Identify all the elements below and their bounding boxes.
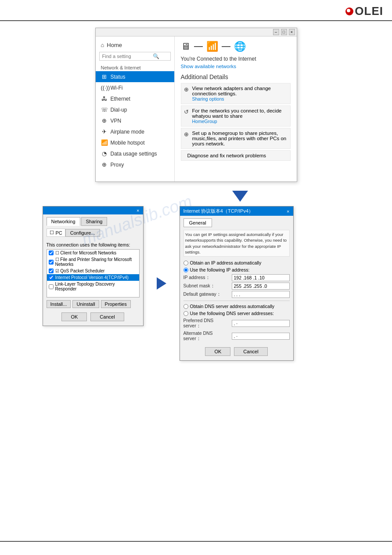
sidebar-item-airplane[interactable]: ✈ Airplane mode	[96, 126, 174, 137]
main-content: – □ × ⌂ Home 🔍 Network & Internet ⊞ Stat…	[0, 21, 392, 367]
detail-item-2[interactable]: ↺ For the networks you connect to, decid…	[181, 105, 291, 127]
dialup-icon: ☏	[101, 106, 108, 113]
lltd-checkbox[interactable]	[49, 284, 54, 289]
sidebar-home[interactable]: ⌂ Home	[96, 40, 174, 50]
alternate-dns-value[interactable]: . ·	[232, 333, 290, 340]
ipv4-checkbox[interactable]	[49, 275, 54, 280]
ok-button[interactable]: OK	[61, 312, 87, 321]
sidebar-item-vpn[interactable]: ⊕ VPN	[96, 115, 174, 126]
show-networks-link[interactable]: Show available networks	[181, 64, 291, 69]
adapter-row: ☐ PC Configure...	[47, 229, 140, 239]
radio-auto-dns[interactable]	[183, 304, 188, 309]
settings-sidebar: ⌂ Home 🔍 Network & Internet ⊞ Status ((·…	[96, 36, 175, 181]
tab-bar: Networking Sharing	[47, 217, 140, 226]
page-header: OLEI	[0, 0, 392, 21]
net-dialog-body: Networking Sharing ☐ PC Configure... Thi…	[43, 214, 143, 326]
sidebar-item-proxy[interactable]: ⊕ Proxy	[96, 159, 174, 170]
dialup-label: Dial-up	[111, 107, 127, 113]
gateway-label: Default gateway：	[183, 291, 232, 297]
properties-button[interactable]: Properties	[101, 300, 131, 308]
uninstall-button[interactable]: Uninstall	[72, 300, 99, 308]
radio-manual-dns-row: Use the following DNS server addresses:	[183, 311, 290, 316]
radio-auto-ip-row: Obtain an IP address automatically	[183, 260, 290, 265]
adapter-name: ☐ PC	[47, 229, 65, 237]
net-dialog-close-btn[interactable]: ×	[137, 208, 139, 213]
logo: OLEI	[345, 4, 383, 18]
tcp-tab-general[interactable]: General	[183, 218, 212, 227]
airplane-label: Airplane mode	[111, 129, 144, 135]
fileprint-checkbox[interactable]	[49, 260, 54, 265]
radio-auto-ip[interactable]	[183, 261, 188, 265]
ethernet-label: Ethernet	[111, 96, 130, 102]
logo-text: OLEI	[355, 4, 383, 18]
hotspot-label: Mobile hotspot	[111, 140, 145, 146]
sidebar-item-status[interactable]: ⊞ Status	[96, 71, 174, 82]
radio-auto-dns-label: Obtain DNS server address automatically	[190, 304, 275, 309]
detail-item-4[interactable]: Diagnose and fix network problems	[181, 150, 291, 161]
sidebar-item-hotspot[interactable]: 📶 Mobile hotspot	[96, 137, 174, 148]
vpn-icon: ⊕	[101, 117, 108, 124]
ip-address-value[interactable]: 192 .168 .1 .10	[232, 274, 290, 281]
tcp-cancel-button[interactable]: Cancel	[234, 347, 267, 356]
configure-button[interactable]: Configure...	[65, 229, 100, 237]
radio-manual-ip[interactable]	[183, 268, 188, 272]
share-icon: ⊕	[184, 131, 189, 138]
vpn-label: VPN	[111, 118, 122, 124]
cancel-button[interactable]: Cancel	[90, 312, 124, 321]
wifi-label: Wi-Fi	[111, 85, 123, 91]
tcp-description: You can get IP settings assigned automat…	[183, 230, 290, 257]
win-titlebar: – □ ×	[96, 28, 297, 36]
win-maximize-btn[interactable]: □	[281, 29, 287, 35]
tcp-dialog-close-btn[interactable]: ×	[287, 209, 289, 214]
detail-item-1-content: View network adapters and change connect…	[192, 86, 288, 102]
detail-item-2-content: For the networks you connect to, decide …	[192, 108, 288, 124]
settings-content: 🖥 📶 🌐 You're Connected to the Internet S…	[175, 36, 297, 181]
search-box[interactable]: 🔍	[99, 52, 171, 61]
win-minimize-btn[interactable]: –	[273, 29, 279, 35]
win-close-btn[interactable]: ×	[289, 29, 295, 35]
sidebar-item-wifi[interactable]: ((·)) Wi-Fi	[96, 82, 174, 93]
radio-auto-dns-row: Obtain DNS server address automatically	[183, 304, 290, 309]
client-checkbox[interactable]	[49, 250, 54, 255]
adapter-label: PC	[56, 230, 62, 236]
conn-line2	[222, 46, 230, 47]
net-dialog-titlebar: ×	[43, 207, 143, 214]
list-item-lltd[interactable]: Link-Layer Topology Discovery Responder	[47, 281, 139, 292]
detail-item-4-text: Diagnose and fix network problems	[187, 153, 266, 158]
proxy-label: Proxy	[111, 162, 124, 168]
search-input[interactable]	[102, 54, 153, 59]
radio-manual-dns-label: Use the following DNS server addresses:	[190, 311, 274, 316]
radio-manual-dns[interactable]	[183, 311, 188, 316]
lltd-label: Link-Layer Topology Discovery Responder	[55, 282, 137, 291]
tab-networking[interactable]: Networking	[47, 217, 80, 226]
connected-text: You're Connected to the Internet	[181, 56, 291, 62]
airplane-icon: ✈	[101, 128, 108, 135]
homegroup-icon: ↺	[184, 109, 189, 115]
list-item-client[interactable]: ☐ Client for Microsoft Networks	[47, 250, 139, 256]
sidebar-item-datausage[interactable]: ◔ Data usage settings	[96, 148, 174, 159]
datausage-label: Data usage settings	[111, 151, 157, 157]
additional-details-title: Additional Details	[181, 73, 291, 80]
alternate-dns-row: Alternate DNS server： . ·	[183, 330, 290, 342]
proxy-icon: ⊕	[101, 161, 108, 168]
list-item-qos[interactable]: ☑ QoS Packet Scheduler	[47, 268, 139, 274]
dialog-buttons-row: Install... Uninstall Properties	[47, 300, 140, 308]
connection-diagram: 🖥 📶 🌐	[181, 41, 291, 52]
sidebar-item-dialup[interactable]: ☏ Dial-up	[96, 104, 174, 115]
tcp-ok-button[interactable]: OK	[205, 347, 230, 356]
subnet-value[interactable]: 255 .255 .255 .0	[232, 283, 290, 290]
gateway-value[interactable]: . . .	[232, 291, 290, 298]
ethernet-icon: 🖧	[101, 95, 108, 102]
status-icon: ⊞	[101, 73, 108, 80]
datausage-icon: ◔	[101, 150, 108, 157]
list-item-ipv4[interactable]: Internet Protocol Version 4(TCP/IPv4)	[47, 274, 139, 281]
tab-sharing[interactable]: Sharing	[81, 217, 108, 226]
qos-checkbox[interactable]	[49, 268, 54, 273]
detail-item-3[interactable]: ⊕ Set up a homegroup to share pictures, …	[181, 128, 291, 149]
install-button[interactable]: Install...	[47, 300, 71, 308]
detail-item-1[interactable]: ⊕ View network adapters and change conne…	[181, 83, 291, 104]
tcp-tab-bar: General	[183, 218, 290, 227]
list-item-fileprint[interactable]: ☐ File and Printer Sharing for Microsoft…	[47, 256, 139, 268]
preferred-dns-value[interactable]: . ·	[232, 320, 290, 327]
sidebar-item-ethernet[interactable]: 🖧 Ethernet	[96, 93, 174, 104]
